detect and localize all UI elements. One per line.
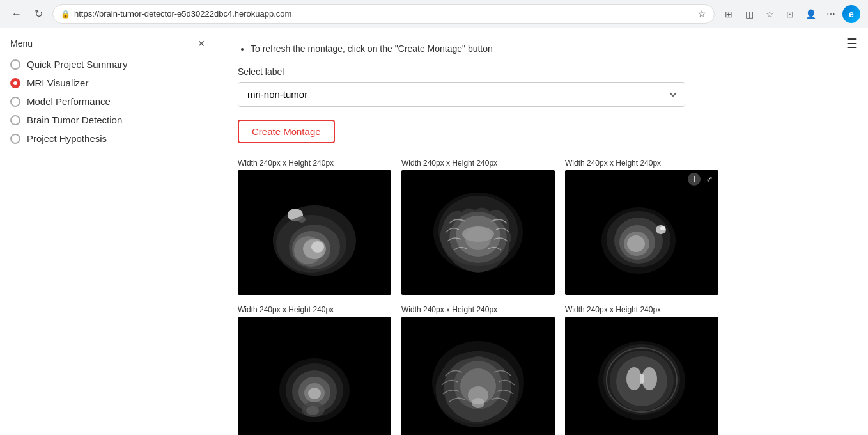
expand-icon[interactable]: ⤢: [703, 173, 716, 186]
radio-brain-tumor-detection: [10, 115, 20, 125]
radio-project-hypothesis: [10, 134, 20, 144]
more-button[interactable]: ⋯: [822, 5, 840, 23]
radio-quick-project-summary: [10, 59, 20, 70]
montage-item-4: Width 240px x Height 240px: [238, 305, 391, 435]
sidebar-close-button[interactable]: ×: [194, 36, 209, 51]
mri-image-6: [565, 317, 718, 435]
info-bullets: To refresh the montage, click on the "Cr…: [251, 44, 848, 54]
montage-label-5: Width 240px x Height 240px: [401, 305, 497, 314]
info-bullet-item: To refresh the montage, click on the "Cr…: [251, 44, 848, 54]
svg-point-8: [311, 241, 324, 253]
mri-image-5: [401, 317, 555, 435]
montage-label-6: Width 240px x Height 240px: [565, 305, 661, 314]
svg-point-41: [642, 367, 657, 390]
montage-label-2: Width 240px x Height 240px: [401, 159, 497, 168]
svg-point-20: [627, 235, 645, 252]
montage-label-3: Width 240px x Height 240px: [565, 159, 661, 168]
montage-grid: Width 240px x Height 240px: [238, 159, 848, 435]
create-montage-button[interactable]: Create Montage: [238, 120, 335, 143]
sidebar-item-brain-tumor-detection[interactable]: Brain Tumor Detection: [10, 115, 206, 125]
hamburger-button[interactable]: ☰: [846, 36, 858, 51]
menu-items: Quick Project Summary MRI Visualizer Mod…: [10, 59, 206, 144]
nav-buttons: ← ↻: [8, 5, 47, 23]
svg-point-40: [626, 367, 642, 390]
browser-action-buttons: ⊞ ◫ ☆ ⊡ 👤 ⋯ e: [720, 5, 860, 23]
sidebar-item-project-hypothesis[interactable]: Project Hypothesis: [10, 133, 206, 144]
sidebar-toggle-button[interactable]: ◫: [740, 5, 758, 23]
sidebar-item-label-mri-visualizer: MRI Visualizer: [27, 77, 88, 88]
radio-mri-visualizer: [10, 78, 20, 88]
montage-item-1: Width 240px x Height 240px: [238, 159, 391, 295]
sidebar-item-label-model-performance: Model Performance: [27, 96, 111, 107]
collections-button[interactable]: ⊡: [781, 5, 799, 23]
sidebar-item-model-performance[interactable]: Model Performance: [10, 96, 206, 107]
montage-label-4: Width 240px x Height 240px: [238, 305, 334, 314]
info-icon[interactable]: i: [688, 173, 701, 186]
svg-rect-42: [640, 374, 644, 384]
main-content: ☰ To refresh the montage, click on the "…: [217, 28, 868, 435]
mri-image-1: [238, 170, 391, 295]
montage-label-1: Width 240px x Height 240px: [238, 159, 334, 168]
menu-label: Menu: [10, 38, 206, 49]
favorites-button[interactable]: ☆: [761, 5, 779, 23]
mri-image-2: [401, 170, 555, 295]
sidebar: × Menu Quick Project Summary MRI Visuali…: [0, 28, 217, 435]
star-icon[interactable]: ☆: [697, 8, 706, 20]
lock-icon: 🔒: [61, 10, 70, 19]
extensions-button[interactable]: ⊞: [720, 5, 738, 23]
sidebar-item-label-project-hypothesis: Project Hypothesis: [27, 133, 107, 144]
mri-image-3: i ⤢: [565, 170, 718, 295]
back-button[interactable]: ←: [8, 5, 26, 23]
svg-point-14: [465, 227, 491, 250]
select-label: Select label: [238, 67, 848, 77]
address-bar[interactable]: 🔒 https://brain-tumor-detector-e5d30222d…: [52, 4, 715, 24]
refresh-button[interactable]: ↻: [29, 5, 47, 23]
sidebar-item-quick-project-summary[interactable]: Quick Project Summary: [10, 59, 206, 70]
sidebar-item-label-quick-project-summary: Quick Project Summary: [27, 59, 128, 70]
sidebar-item-mri-visualizer[interactable]: MRI Visualizer: [10, 77, 206, 88]
montage-item-6: Width 240px x Height 240px: [565, 305, 718, 435]
url-text: https://brain-tumor-detector-e5d30222dbc…: [74, 9, 694, 19]
montage-item-5: Width 240px x Height 240px: [401, 305, 555, 435]
app-container: × Menu Quick Project Summary MRI Visuali…: [0, 28, 868, 435]
browser-chrome: ← ↻ 🔒 https://brain-tumor-detector-e5d30…: [0, 0, 868, 28]
svg-point-28: [308, 388, 321, 399]
radio-model-performance: [10, 97, 20, 107]
profile-button[interactable]: 👤: [802, 5, 819, 23]
edge-logo: e: [842, 5, 860, 23]
sidebar-item-label-brain-tumor-detection: Brain Tumor Detection: [27, 115, 122, 125]
svg-point-30: [306, 406, 319, 415]
svg-point-35: [472, 398, 484, 408]
montage-item-2: Width 240px x Height 240px: [401, 159, 555, 295]
mri-image-4: [238, 317, 391, 435]
montage-item-3: Width 240px x Height 240px: [565, 159, 718, 295]
label-select[interactable]: mri-non-tumor mri-tumor: [238, 82, 685, 107]
svg-point-22: [660, 226, 665, 230]
